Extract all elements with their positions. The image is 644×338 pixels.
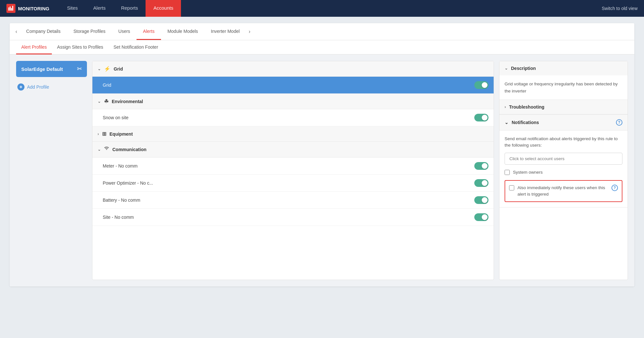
system-owners-label: System owners	[513, 170, 543, 175]
sub-tab-alert-profiles[interactable]: Alert Profiles	[16, 40, 52, 54]
equipment-chevron-right: ›	[98, 132, 99, 136]
solaredge-default-profile[interactable]: SolarEdge Default ✂	[16, 61, 87, 77]
notifications-content: Send email notification about alerts tri…	[499, 130, 628, 207]
meter-no-comm-item[interactable]: Meter - No comm	[92, 158, 494, 175]
snow-on-site-toggle[interactable]	[474, 114, 488, 121]
tab-prev-button[interactable]: ‹	[13, 23, 20, 40]
notifications-description: Send email notification about alerts tri…	[505, 136, 622, 149]
sub-tabs-row: Alert Profiles Assign Sites to Profiles …	[10, 40, 634, 54]
power-optimizer-no-comm-slider	[474, 179, 488, 187]
right-panel: ⌄ Description Grid voltage or frequency …	[499, 61, 628, 280]
user-select-input[interactable]	[505, 153, 622, 165]
nav-logo: MONITORING	[6, 4, 49, 13]
environmental-chevron-down: ⌄	[98, 99, 101, 104]
battery-no-comm-toggle[interactable]	[474, 196, 488, 204]
nav-item-accounts[interactable]: Accounts	[146, 0, 181, 17]
battery-no-comm-slider	[474, 196, 488, 204]
notify-immediately-checkbox[interactable]	[509, 185, 514, 190]
snow-on-site-item[interactable]: Snow on site	[92, 109, 494, 126]
sub-tab-notification-footer[interactable]: Set Notification Footer	[109, 40, 164, 54]
add-profile-label: Add Profile	[27, 84, 49, 90]
svg-rect-2	[11, 8, 12, 11]
environmental-icon: ☘	[104, 98, 109, 104]
site-no-comm-toggle[interactable]	[474, 213, 488, 221]
grid-toggle[interactable]	[474, 81, 488, 89]
notifications-help-icon[interactable]: ?	[616, 119, 622, 126]
profile-name: SolarEdge Default	[21, 66, 63, 72]
snow-on-site-label: Snow on site	[103, 115, 128, 120]
notifications-section-header[interactable]: ⌄ Notifications ?	[499, 115, 628, 130]
svg-rect-0	[8, 7, 9, 11]
troubleshooting-header-label: Troubleshooting	[509, 104, 545, 110]
nav-item-reports[interactable]: Reports	[113, 0, 146, 17]
notify-immediately-text: Also immediately notify these users when…	[517, 185, 608, 198]
grid-alert-label: Grid	[103, 82, 111, 88]
troubleshooting-header[interactable]: › Troubleshooting	[499, 100, 628, 114]
notify-immediately-box: Also immediately notify these users when…	[505, 180, 622, 202]
switch-view-button[interactable]: Switch to old view	[602, 6, 638, 11]
communication-section-label: Communication	[112, 147, 147, 152]
tab-inverter-models[interactable]: Inverter Model	[204, 23, 246, 40]
content-area: SolarEdge Default ✂ + Add Profile ⌄ ⚡ Gr…	[10, 54, 634, 286]
description-header-label: Description	[511, 66, 536, 71]
description-section-header[interactable]: ⌄ Description	[499, 61, 628, 75]
svg-rect-1	[10, 6, 11, 11]
equipment-section-header[interactable]: › ⊞ Equipment	[92, 126, 494, 142]
system-owners-row: System owners	[505, 169, 622, 176]
battery-no-comm-item[interactable]: Battery - No comm	[92, 192, 494, 209]
description-section: ⌄ Description Grid voltage or frequency …	[499, 61, 628, 100]
middle-panel: ⌄ ⚡ Grid Grid ⌄ ☘ Environmental	[92, 61, 494, 280]
sub-tab-assign-sites[interactable]: Assign Sites to Profiles	[52, 40, 108, 54]
grid-alert-item[interactable]: Grid	[92, 77, 494, 94]
tab-next-button[interactable]: ›	[246, 23, 253, 40]
tab-module-models[interactable]: Module Models	[161, 23, 204, 40]
communication-icon	[104, 146, 109, 153]
notifications-section: ⌄ Notifications ? Send email notificatio…	[499, 115, 628, 208]
left-panel: SolarEdge Default ✂ + Add Profile	[16, 61, 87, 280]
logo-icon	[6, 4, 15, 13]
nav-items: Sites Alerts Reports Accounts	[59, 0, 181, 17]
notifications-header-left: ⌄ Notifications	[505, 120, 539, 125]
top-nav: MONITORING Sites Alerts Reports Accounts…	[0, 0, 644, 17]
tab-company-details[interactable]: Company Details	[20, 23, 67, 40]
equipment-icon: ⊞	[102, 131, 106, 137]
top-tabs-row: ‹ Company Details Storage Profiles Users…	[10, 23, 634, 40]
notify-immediately-help-icon[interactable]: ?	[611, 185, 618, 191]
environmental-section-header[interactable]: ⌄ ☘ Environmental	[92, 94, 494, 109]
tab-storage-profiles[interactable]: Storage Profiles	[67, 23, 112, 40]
site-no-comm-label: Site - No comm	[103, 215, 134, 220]
power-optimizer-no-comm-item[interactable]: Power Optimizer - No c...	[92, 175, 494, 192]
nav-item-sites[interactable]: Sites	[59, 0, 85, 17]
troubleshooting-chevron: ›	[505, 105, 506, 109]
site-no-comm-item[interactable]: Site - No comm	[92, 209, 494, 226]
tab-users[interactable]: Users	[112, 23, 137, 40]
equipment-section-label: Equipment	[109, 131, 133, 137]
add-profile-plus-icon: +	[17, 83, 24, 91]
grid-icon: ⚡	[104, 66, 110, 72]
notifications-chevron: ⌄	[505, 120, 508, 125]
system-owners-checkbox[interactable]	[505, 170, 510, 175]
main-content: ‹ Company Details Storage Profiles Users…	[0, 17, 644, 338]
grid-section-label: Grid	[114, 66, 123, 72]
description-chevron: ⌄	[505, 66, 508, 71]
tab-alerts[interactable]: Alerts	[137, 23, 161, 40]
grid-section-header[interactable]: ⌄ ⚡ Grid	[92, 61, 494, 77]
meter-no-comm-slider	[474, 162, 488, 170]
tabs-container: ‹ Company Details Storage Profiles Users…	[10, 23, 634, 286]
communication-section-header[interactable]: ⌄ Communication	[92, 142, 494, 158]
meter-no-comm-toggle[interactable]	[474, 162, 488, 170]
description-text: Grid voltage or frequency irregularity h…	[505, 81, 622, 94]
communication-chevron-down: ⌄	[98, 147, 101, 152]
meter-no-comm-label: Meter - No comm	[103, 163, 137, 169]
environmental-section-label: Environmental	[112, 99, 143, 104]
notifications-header-label: Notifications	[512, 120, 539, 125]
add-profile-button[interactable]: + Add Profile	[16, 81, 87, 93]
nav-item-alerts[interactable]: Alerts	[86, 0, 113, 17]
troubleshooting-section: › Troubleshooting	[499, 100, 628, 115]
power-optimizer-no-comm-label: Power Optimizer - No c...	[103, 180, 153, 186]
snow-on-site-slider	[474, 114, 488, 121]
battery-no-comm-label: Battery - No comm	[103, 198, 140, 203]
grid-toggle-slider	[474, 81, 488, 89]
power-optimizer-no-comm-toggle[interactable]	[474, 179, 488, 187]
svg-rect-3	[12, 6, 13, 11]
